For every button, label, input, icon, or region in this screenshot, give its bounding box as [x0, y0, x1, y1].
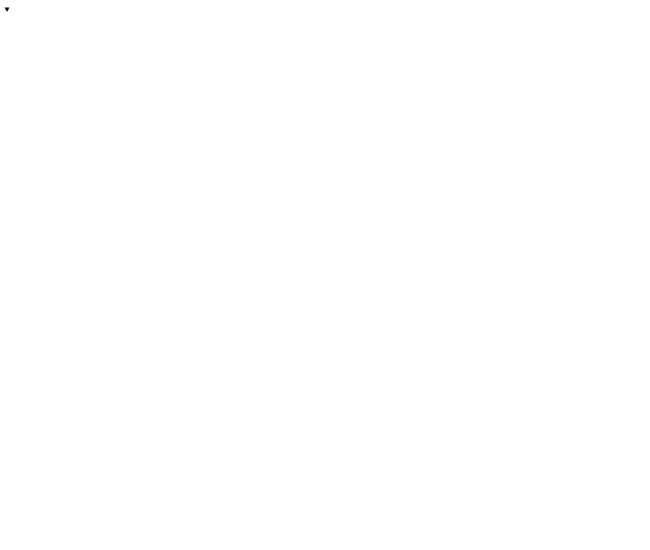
trading-terminal-chart: { "window": { "symbol": "XAUUSD,H1", "oh… — [0, 0, 650, 550]
chart-canvas[interactable] — [0, 0, 650, 550]
